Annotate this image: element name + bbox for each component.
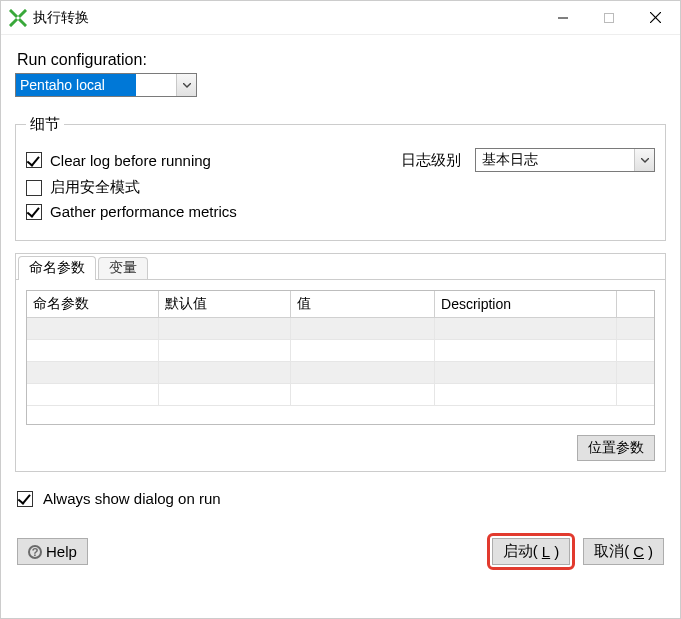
always-show-checkbox[interactable] [17,491,33,507]
help-label: Help [46,543,77,560]
chevron-down-icon [176,74,196,96]
gather-metrics-checkbox[interactable] [26,204,42,220]
col-filler [616,291,654,318]
log-level-dropdown[interactable]: 基本日志 [475,148,655,172]
parameters-tabs: 命名参数 变量 [16,254,665,280]
help-button[interactable]: ? Help [17,538,88,565]
clear-log-label: Clear log before running [50,152,211,169]
col-name[interactable]: 命名参数 [27,291,159,318]
svg-line-3 [20,20,25,25]
details-group: 细节 Clear log before running 日志级别 基本日志 启用… [15,115,666,241]
tab-variables[interactable]: 变量 [98,257,148,279]
app-icon [9,9,27,27]
always-show-label: Always show dialog on run [43,490,221,507]
safe-mode-label: 启用安全模式 [50,178,140,197]
table-row[interactable] [27,384,654,406]
run-config-label: Run configuration: [17,51,666,69]
log-level-value: 基本日志 [476,149,634,171]
svg-line-2 [11,20,16,25]
tab-named-params[interactable]: 命名参数 [18,256,96,280]
titlebar: 执行转换 [1,1,680,35]
window-title: 执行转换 [33,9,89,27]
run-config-dropdown[interactable]: Pentaho local [15,73,197,97]
table-row[interactable] [27,340,654,362]
run-config-selected: Pentaho local [16,74,136,96]
details-legend: 细节 [26,115,64,134]
parameters-panel: 命名参数 变量 命名参数 默认值 值 Description [15,253,666,472]
parameters-table: 命名参数 默认值 值 Description [27,291,654,406]
safe-mode-checkbox[interactable] [26,180,42,196]
col-default[interactable]: 默认值 [159,291,291,318]
launch-highlight: 启动(L) [487,533,575,570]
cancel-button[interactable]: 取消(C) [583,538,664,565]
svg-line-1 [20,11,25,16]
table-header-row: 命名参数 默认值 值 Description [27,291,654,318]
parameters-table-wrap: 命名参数 默认值 值 Description [26,290,655,425]
clear-log-checkbox[interactable] [26,152,42,168]
table-row[interactable] [27,362,654,384]
log-level-label: 日志级别 [401,151,461,170]
launch-button[interactable]: 启动(L) [492,538,570,565]
maximize-button[interactable] [586,2,632,34]
col-value[interactable]: 值 [290,291,434,318]
help-icon: ? [28,545,42,559]
table-row[interactable] [27,318,654,340]
col-description[interactable]: Description [435,291,617,318]
svg-line-0 [11,11,16,16]
svg-rect-5 [605,13,614,22]
position-params-button[interactable]: 位置参数 [577,435,655,461]
close-button[interactable] [632,2,678,34]
chevron-down-icon [634,149,654,171]
gather-metrics-label: Gather performance metrics [50,203,237,220]
minimize-button[interactable] [540,2,586,34]
